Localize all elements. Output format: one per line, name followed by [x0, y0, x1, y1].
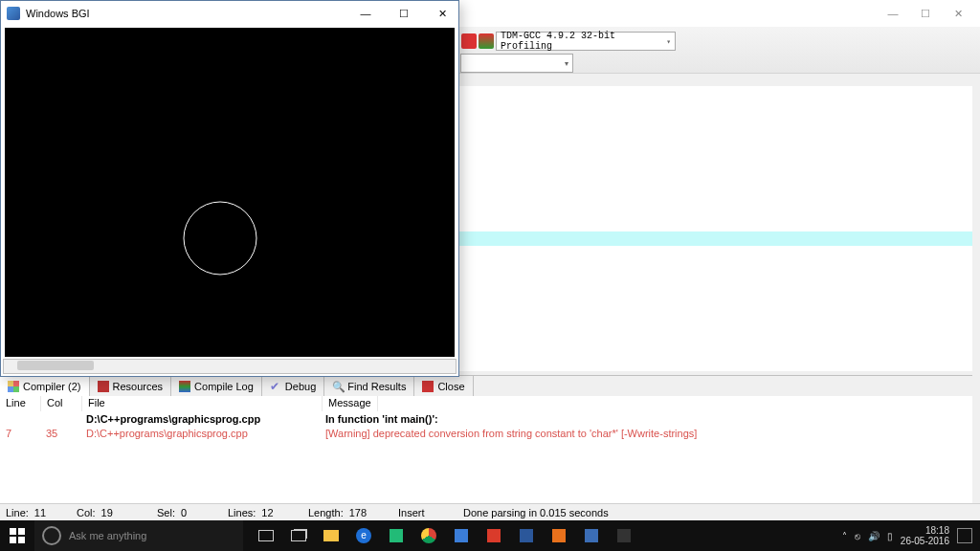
results-row[interactable]: 7 35 D:\C++programs\graphicsprog.cpp [Wa…: [0, 426, 972, 440]
close-icon: [422, 381, 434, 392]
taskbar-apps: e: [251, 522, 639, 549]
task-view2-button[interactable]: [283, 522, 314, 549]
resources-icon: [98, 381, 109, 392]
bgi-taskbar-button[interactable]: [609, 522, 639, 549]
results-header-file[interactable]: File: [82, 396, 323, 411]
bgi-titlebar[interactable]: Windows BGI — ☐ ✕: [1, 1, 458, 26]
task-view2-icon: [291, 530, 306, 541]
system-tray[interactable]: ˄ ⎋ 🔊 ▯ 18:18 26-05-2016: [842, 525, 980, 546]
status-sel-label: Sel:: [157, 507, 175, 518]
store-button[interactable]: [381, 522, 412, 549]
bgi-taskbar-icon: [617, 529, 631, 542]
devcpp-button[interactable]: [576, 522, 607, 549]
edge-button[interactable]: e: [348, 522, 379, 549]
app-orange-button[interactable]: [544, 522, 574, 549]
chrome-icon: [421, 528, 436, 543]
chevron-down-icon: ▾: [565, 59, 568, 68]
results-row[interactable]: D:\C++programs\graphicsprog.cpp In funct…: [0, 411, 972, 426]
start-button[interactable]: [0, 520, 34, 551]
blue-app-icon: [455, 529, 468, 542]
taskbar-search[interactable]: Ask me anything: [34, 520, 243, 551]
word-icon: [520, 529, 533, 542]
tab-compile-log[interactable]: Compile Log: [171, 376, 262, 397]
battery-icon[interactable]: ▯: [887, 531, 893, 541]
bgi-title-text: Windows BGI: [26, 8, 344, 19]
bgi-minimize-button[interactable]: —: [349, 2, 382, 25]
status-lines-value: 12: [261, 507, 273, 518]
results-header-line[interactable]: Line: [0, 396, 41, 411]
task-view-icon: [258, 530, 274, 541]
status-line-label: Line:: [6, 507, 29, 518]
taskbar-clock[interactable]: 18:18 26-05-2016: [901, 525, 949, 546]
chevron-down-icon: ▾: [666, 37, 671, 46]
bgi-circle: [184, 202, 256, 275]
svg-rect-2: [10, 537, 16, 543]
ide-minimize-button[interactable]: —: [877, 2, 909, 25]
toolbar-redgreen-icon[interactable]: [479, 33, 494, 49]
status-col-label: Col:: [77, 507, 96, 518]
status-length-label: Length:: [308, 507, 344, 518]
status-sel-value: 0: [181, 507, 187, 518]
task-view-button[interactable]: [251, 522, 281, 549]
cell-col: 35: [40, 428, 80, 439]
secondary-select[interactable]: ▾: [460, 54, 573, 73]
results-header-col[interactable]: Col: [41, 396, 82, 411]
toolbar-red-icon[interactable]: [461, 33, 477, 49]
status-mode: Insert: [398, 507, 425, 518]
results-header-message[interactable]: Message: [323, 396, 378, 411]
status-parse: Done parsing in 0.015 seconds: [463, 507, 609, 518]
debug-icon: ✔: [270, 381, 281, 392]
tab-compiler-label: Compiler (2): [23, 381, 81, 392]
app-blue-button[interactable]: [446, 522, 477, 549]
bgi-close-button[interactable]: ✕: [426, 2, 458, 25]
word-button[interactable]: [511, 522, 542, 549]
devcpp-icon: [585, 529, 598, 542]
tab-close[interactable]: Close: [414, 376, 473, 397]
store-icon: [390, 529, 403, 542]
tab-resources[interactable]: Resources: [90, 376, 172, 397]
chrome-button[interactable]: [413, 522, 444, 549]
bgi-maximize-button[interactable]: ☐: [388, 2, 420, 25]
compiler-select-label: TDM-GCC 4.9.2 32-bit Profiling: [501, 31, 666, 52]
cell-line: 7: [0, 428, 40, 439]
cell-file: D:\C++programs\graphicsprog.cpp: [80, 413, 320, 425]
pdf-app-button[interactable]: [479, 522, 509, 549]
compiler-icon: [8, 381, 19, 392]
clock-time: 18:18: [901, 525, 949, 536]
statusbar: Line:11 Col:19 Sel:0 Lines:12 Length:178…: [0, 503, 980, 521]
windows-taskbar: Ask me anything e ˄ ⎋ 🔊 ▯ 18:18 26-05-20…: [0, 520, 980, 551]
tab-find-results[interactable]: 🔍 Find Results: [324, 376, 414, 397]
status-lines-label: Lines:: [228, 507, 256, 518]
cell-file: D:\C++programs\graphicsprog.cpp: [80, 428, 320, 439]
bottom-tabs: Compiler (2) Resources Compile Log ✔ Deb…: [0, 375, 972, 398]
wifi-icon[interactable]: ⎋: [855, 531, 860, 541]
results-body[interactable]: D:\C++programs\graphicsprog.cpp In funct…: [0, 411, 972, 504]
results-header: Line Col File Message: [0, 396, 972, 412]
tab-debug[interactable]: ✔ Debug: [262, 376, 324, 397]
action-center-icon[interactable]: [957, 528, 972, 543]
status-col-value: 19: [101, 507, 113, 518]
svg-rect-0: [10, 528, 16, 535]
bgi-horizontal-scrollbar[interactable]: [3, 359, 457, 374]
scroll-thumb[interactable]: [17, 361, 94, 370]
tray-chevron-icon[interactable]: ˄: [842, 531, 847, 541]
bgi-graphics: [5, 28, 455, 357]
bgi-canvas: [5, 28, 455, 357]
compiler-select[interactable]: TDM-GCC 4.9.2 32-bit Profiling ▾: [496, 32, 676, 51]
ide-close-button[interactable]: ✕: [942, 2, 974, 25]
file-explorer-button[interactable]: [316, 522, 346, 549]
tab-close-label: Close: [437, 381, 464, 392]
search-placeholder: Ask me anything: [69, 530, 146, 541]
bgi-window[interactable]: Windows BGI — ☐ ✕: [0, 0, 459, 377]
tab-find-results-label: Find Results: [347, 381, 406, 392]
tab-debug-label: Debug: [285, 381, 316, 392]
tab-compiler[interactable]: Compiler (2): [0, 376, 90, 397]
ide-maximize-button[interactable]: ☐: [909, 2, 942, 25]
pdf-icon: [487, 529, 501, 542]
cell-message: In function 'int main()':: [320, 413, 444, 425]
clock-date: 26-05-2016: [901, 536, 949, 546]
status-length-value: 178: [349, 507, 367, 518]
svg-rect-3: [18, 537, 25, 543]
volume-icon[interactable]: 🔊: [868, 531, 880, 541]
tab-resources-label: Resources: [113, 381, 164, 392]
